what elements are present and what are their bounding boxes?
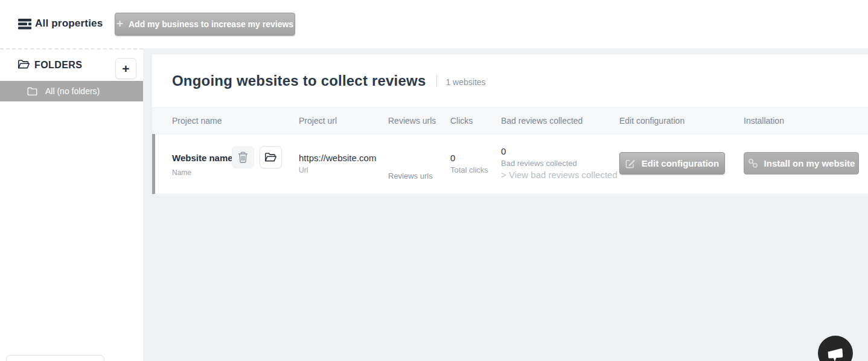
top-bar: All properties + Add my business to incr… (0, 0, 868, 48)
install-on-website-button[interactable]: Install on my website (744, 152, 859, 174)
page-context-title: All properties (35, 18, 103, 30)
chat-bubble-icon (826, 347, 844, 361)
project-name-value: Website name (172, 153, 233, 163)
edit-icon (625, 158, 636, 168)
folders-sidebar: FOLDERS + All (no folders) (0, 48, 143, 361)
view-bad-reviews-link[interactable]: > View bad reviews collected (501, 170, 617, 180)
install-on-website-label: Install on my website (764, 158, 855, 168)
add-folder-button[interactable]: + (115, 58, 136, 79)
page-title: Ongoing websites to collect reviews (172, 72, 426, 89)
websites-card: Ongoing websites to collect reviews 1 we… (152, 54, 868, 195)
folder-icon (27, 87, 37, 95)
title-separator (436, 75, 437, 87)
edit-configuration-button[interactable]: Edit configuration (619, 152, 725, 174)
column-project-name: Project name (172, 116, 222, 126)
plus-icon: + (116, 17, 123, 30)
open-folder-icon (18, 59, 30, 69)
sidebar-bottom-button[interactable] (6, 355, 104, 361)
move-to-folder-button[interactable] (260, 146, 282, 168)
column-edit-configuration: Edit configuration (619, 116, 685, 126)
trash-icon (238, 152, 248, 163)
sidebar-item-label: All (no folders) (45, 86, 100, 96)
add-business-button[interactable]: + Add my business to increase my reviews (115, 13, 295, 36)
column-reviews-urls: Reviews urls (388, 116, 436, 126)
column-project-url: Project url (299, 116, 337, 126)
project-url-value: https://website.com (299, 153, 376, 163)
delete-project-button[interactable] (232, 146, 254, 168)
project-name-label: Name (172, 168, 191, 177)
open-folder-icon (264, 152, 277, 162)
column-clicks: Clicks (450, 116, 473, 126)
table-row: Website name Name https://website.com Ur… (152, 134, 868, 194)
edit-configuration-label: Edit configuration (642, 158, 719, 168)
add-business-button-label: Add my business to increase my reviews (129, 19, 293, 29)
sidebar-item-all-folders[interactable]: All (no folders) (0, 81, 143, 101)
table-header: Project name Project url Reviews urls Cl… (152, 107, 868, 134)
plus-icon: + (122, 62, 129, 76)
clicks-label: Total clicks (450, 165, 488, 174)
reviews-urls-label: Reviews urls (388, 171, 433, 180)
bad-reviews-value: 0 (501, 146, 506, 156)
folders-header: FOLDERS + (0, 54, 143, 78)
websites-count: 1 websites (445, 75, 485, 87)
bad-reviews-label: Bad reviews collected (501, 159, 577, 168)
link-icon (748, 158, 758, 168)
card-title-row: Ongoing websites to collect reviews 1 we… (172, 72, 486, 89)
properties-icon (18, 19, 31, 30)
column-bad-reviews: Bad reviews collected (501, 116, 582, 126)
column-installation: Installation (744, 116, 784, 126)
project-url-label: Url (299, 166, 308, 174)
clicks-value: 0 (450, 153, 455, 163)
folders-heading: FOLDERS (34, 60, 82, 71)
chat-widget-button[interactable] (818, 336, 853, 361)
